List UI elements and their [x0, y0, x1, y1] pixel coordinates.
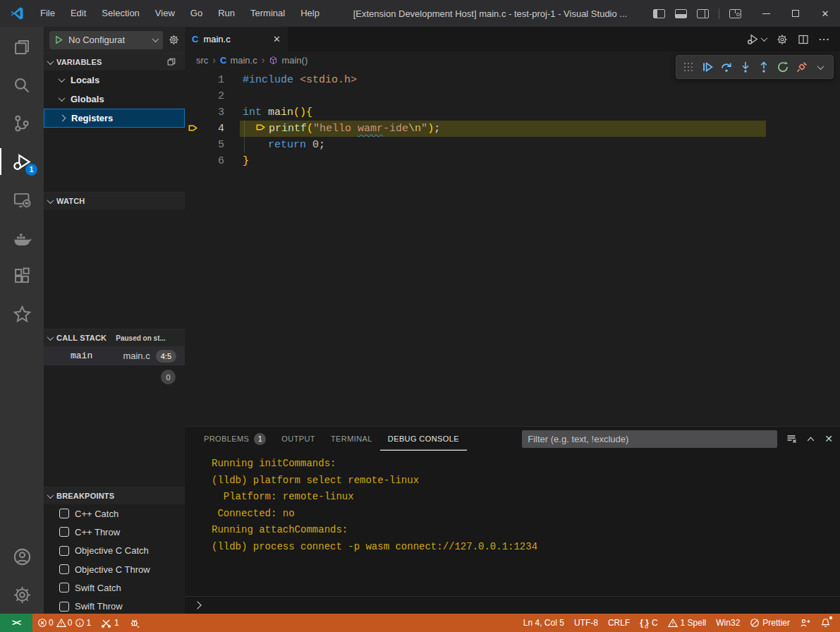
tools-status[interactable]: 1 [96, 614, 124, 632]
cursor-position-status[interactable]: Ln 4, Col 5 [518, 614, 569, 632]
panel-tab-terminal[interactable]: TERMINAL [323, 427, 380, 451]
breakpoint-checkbox[interactable] [59, 583, 69, 592]
debug-settings-gear-icon[interactable] [169, 35, 179, 45]
breakpoint-checkbox[interactable] [59, 527, 69, 537]
restart-button[interactable] [774, 59, 791, 75]
close-tab-icon[interactable]: ✕ [273, 34, 281, 44]
console-output[interactable]: Running initCommands:(lldb) platform sel… [185, 451, 840, 596]
debug-status[interactable] [124, 614, 145, 632]
maximize-panel-icon[interactable] [805, 434, 816, 444]
sidebar-item-source-control[interactable] [0, 104, 44, 142]
step-over-button[interactable] [718, 59, 735, 75]
panel-tab-problems[interactable]: PROBLEMS1 [196, 427, 274, 451]
breakpoint-margin[interactable] [185, 88, 200, 104]
notifications-button[interactable] [815, 614, 836, 632]
maximize-button[interactable] [781, 0, 810, 27]
code-line-2[interactable]: 2 [185, 88, 840, 104]
variables-item-registers[interactable]: Registers [44, 109, 185, 128]
breakpoints-section-header[interactable]: BREAKPOINTS [44, 487, 185, 504]
variables-section-header[interactable]: VARIABLES [44, 53, 185, 71]
sidebar-item-explorer[interactable] [0, 28, 44, 66]
close-panel-icon[interactable]: ✕ [824, 433, 833, 444]
code-line-6[interactable]: 6} [185, 153, 840, 169]
breakpoint-row[interactable]: Swift Catch [44, 578, 185, 597]
clear-console-icon[interactable] [786, 433, 797, 444]
spell-checker-status[interactable]: 1 Spell [663, 614, 712, 632]
breadcrumb-src[interactable]: src [196, 55, 208, 66]
breakpoint-row[interactable]: C++ Throw [44, 523, 185, 541]
call-stack-section-header[interactable]: CALL STACK Paused on st... [44, 329, 185, 346]
remote-indicator[interactable]: >< [0, 614, 32, 632]
console-input-row[interactable] [185, 596, 840, 614]
toggle-primary-sidebar-icon[interactable] [653, 9, 665, 18]
breakpoint-margin[interactable] [185, 153, 200, 169]
split-editor-icon[interactable] [798, 34, 809, 45]
step-out-button[interactable] [755, 59, 772, 75]
tab-main-c[interactable]: C main.c ✕ [185, 27, 288, 51]
breakpoint-margin[interactable] [185, 72, 200, 88]
debug-config-dropdown[interactable]: No Configurat [49, 31, 163, 49]
problems-status[interactable]: 0 0 1 [32, 614, 96, 632]
account-button[interactable] [0, 537, 44, 576]
watch-section-header[interactable]: WATCH [44, 192, 185, 209]
code-line-4[interactable]: 4 printf("hello wamr-ide\n"); [185, 121, 840, 137]
menu-selection[interactable]: Selection [94, 0, 147, 27]
sidebar-item-run-and-debug[interactable]: 1 [0, 142, 44, 181]
continue-button[interactable] [699, 59, 716, 75]
breadcrumb-symbol[interactable]: main() [269, 55, 308, 66]
menu-file[interactable]: File [32, 0, 63, 27]
menu-go[interactable]: Go [183, 0, 210, 27]
menu-run[interactable]: Run [210, 0, 243, 27]
breakpoint-row[interactable]: Swift Throw [44, 597, 185, 614]
platform-status[interactable]: Win32 [711, 614, 745, 632]
sidebar-item-remote-explorer[interactable] [0, 181, 44, 219]
start-debug-icon[interactable] [54, 35, 63, 44]
code-line-5[interactable]: 5 return 0; [185, 137, 840, 153]
menu-view[interactable]: View [147, 0, 183, 27]
minimize-button[interactable] [751, 0, 781, 27]
panel-tab-output[interactable]: OUTPUT [274, 427, 323, 451]
breakpoint-checkbox[interactable] [59, 564, 69, 574]
breakpoint-row[interactable]: Objective C Catch [44, 542, 185, 560]
feedback-button[interactable] [795, 614, 815, 632]
chevron-down-icon[interactable] [812, 59, 829, 75]
sidebar-item-search[interactable] [0, 66, 44, 104]
code-area[interactable]: 1#include <stdio.h>23int main(){4 printf… [185, 68, 840, 426]
more-actions-icon[interactable]: ··· [819, 34, 830, 44]
close-window-button[interactable]: ✕ [810, 0, 840, 27]
step-into-button[interactable] [737, 59, 754, 75]
console-filter-input[interactable] [522, 430, 777, 448]
encoding-status[interactable]: UTF-8 [569, 614, 603, 632]
toggle-secondary-sidebar-icon[interactable] [697, 9, 709, 18]
toggle-panel-icon[interactable] [675, 9, 687, 18]
breakpoint-checkbox[interactable] [59, 602, 69, 612]
copy-icon[interactable] [166, 57, 176, 67]
drag-handle-icon[interactable] [680, 59, 697, 75]
variables-item-locals[interactable]: Locals [44, 71, 185, 90]
run-or-debug-button[interactable] [747, 33, 767, 45]
variables-item-globals[interactable]: Globals [44, 90, 185, 109]
panel-tab-debug-console[interactable]: DEBUG CONSOLE [380, 427, 467, 451]
breakpoint-row[interactable]: C++ Catch [44, 504, 185, 523]
settings-button[interactable] [0, 576, 44, 614]
stack-frame-row[interactable]: main main.c 4:5 [44, 346, 185, 365]
breakpoint-margin[interactable] [185, 137, 200, 153]
sidebar-item-extensions[interactable] [0, 257, 44, 295]
breakpoint-margin[interactable] [185, 104, 200, 121]
customize-layout-icon[interactable] [729, 9, 741, 18]
language-mode-status[interactable]: { } C [635, 614, 662, 632]
breakpoint-row[interactable]: Objective C Throw [44, 560, 185, 578]
disconnect-button[interactable] [793, 59, 810, 75]
breakpoint-checkbox[interactable] [59, 546, 69, 556]
settings-gear-icon[interactable] [777, 34, 788, 45]
code-line-3[interactable]: 3int main(){ [185, 104, 840, 121]
formatter-status[interactable]: Prettier [745, 614, 795, 632]
breadcrumb-file[interactable]: Cmain.c [220, 55, 257, 66]
eol-status[interactable]: CRLF [603, 614, 635, 632]
sidebar-item-favorites[interactable] [0, 295, 44, 333]
current-line-arrow-icon[interactable] [185, 121, 200, 137]
breakpoint-checkbox[interactable] [59, 509, 69, 518]
sidebar-item-docker[interactable] [0, 219, 44, 257]
menu-terminal[interactable]: Terminal [243, 0, 293, 27]
menu-edit[interactable]: Edit [63, 0, 94, 27]
